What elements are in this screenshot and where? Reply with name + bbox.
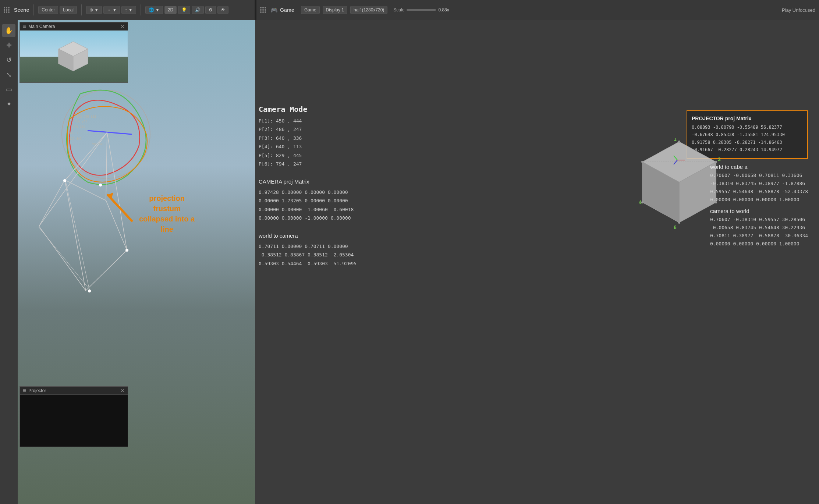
scene-panel-drag[interactable] <box>4 7 10 13</box>
hidden-btn[interactable]: 👁 <box>217 6 228 14</box>
resolution-dropdown[interactable]: half (1280x720) <box>350 6 387 14</box>
scene-left-toolbar: ✋ ✛ ↺ ⤡ ▭ ✦ <box>0 20 18 504</box>
world-to-camera-1-values: 0.70711 0.00000 0.70711 0.00000 -0.38512… <box>259 242 357 268</box>
camera-to-world: camera to world 0.70607 -0.38310 0.59557… <box>710 208 808 248</box>
point-p6: P[6]: 794 , 247 <box>259 160 357 168</box>
game-dropdown[interactable]: Game <box>301 6 320 14</box>
play-unfocused-btn[interactable]: Play Unfocused <box>782 7 815 13</box>
game-viewport[interactable]: Camera Mode P[1]: 450 , 444 P[2]: 486 , … <box>255 20 819 504</box>
transform-group: ⊕ ▼ ↔ ▼ ↕ ▼ <box>86 6 136 14</box>
center-btn[interactable]: Center <box>38 6 58 14</box>
audio-btn[interactable]: 🔊 <box>192 6 204 14</box>
scale-group-btn[interactable]: ↕ ▼ <box>121 6 136 14</box>
point-p5: P[5]: 829 , 445 <box>259 151 357 160</box>
svg-text:3: 3 <box>718 156 721 162</box>
view-group: 🌐 ▼ 2D 💡 🔊 ⚙ 👁 <box>145 6 229 14</box>
rotate-btn[interactable]: ↔ ▼ <box>103 6 120 14</box>
toolbar-sep-3 <box>141 4 141 15</box>
scale-tool[interactable]: ⤡ <box>2 68 15 81</box>
transform-tool[interactable]: ✦ <box>2 97 15 111</box>
camera-mode-overlay: Camera Mode P[1]: 450 , 444 P[2]: 486 , … <box>259 105 357 268</box>
svg-point-38 <box>641 161 644 163</box>
scale-label: Scale <box>393 7 404 13</box>
game-panel: Camera Mode P[1]: 450 , 444 P[2]: 486 , … <box>255 20 819 504</box>
svg-point-37 <box>641 201 644 203</box>
scene-title: Scene <box>14 7 29 13</box>
scene-viewport[interactable]: ≡ Main Camera ✕ <box>18 20 255 504</box>
svg-text:486 247: 486 247 <box>75 120 87 123</box>
hand-tool[interactable]: ✋ <box>2 24 15 37</box>
camera-proj-values: 0.97428 0.00000 0.00000 0.00000 0.00000 … <box>259 188 357 223</box>
svg-point-36 <box>678 221 680 224</box>
svg-line-13 <box>65 181 89 290</box>
point-p1: P[1]: 450 , 444 <box>259 117 357 125</box>
svg-text:640 113: 640 113 <box>69 132 82 135</box>
scene-panel-header: Scene Center Local ⊕ ▼ ↔ ▼ ↕ ▼ 🌐 ▼ 2D 💡 … <box>0 0 255 20</box>
rect-tool[interactable]: ▭ <box>2 83 15 96</box>
game-panel-drag[interactable] <box>260 7 266 13</box>
toolbar-sep-1 <box>33 4 34 15</box>
camera-proj-matrix-title: CAMERA proj Matrix <box>259 177 357 187</box>
svg-point-15 <box>63 179 66 182</box>
point-p3: P[3]: 640 , 336 <box>259 134 357 142</box>
svg-point-17 <box>125 249 128 252</box>
local-btn[interactable]: Local <box>60 6 77 14</box>
svg-line-9 <box>39 132 107 226</box>
game-panel-header: 🎮 Game Game Display 1 half (1280x720) Sc… <box>256 0 819 20</box>
svg-line-7 <box>106 132 107 200</box>
scale-control: Scale 0.88x <box>393 7 449 13</box>
game-title: 🎮 Game <box>270 7 294 14</box>
world-to-camera-1: world to camera 0.70711 0.00000 0.70711 … <box>259 231 357 268</box>
svg-point-33 <box>678 141 680 143</box>
svg-line-25 <box>108 195 132 221</box>
pivot-group: Center Local <box>38 6 77 14</box>
svg-text:6: 6 <box>674 224 677 230</box>
move-btn[interactable]: ⊕ ▼ <box>86 6 102 14</box>
world-to-camera-2-title: world to cabe a <box>710 164 808 170</box>
point-p2: P[2]: 486 , 247 <box>259 125 357 134</box>
annotation-text: projection frustum collapsed into a line <box>139 193 195 234</box>
svg-line-5 <box>88 131 132 134</box>
scene-panel: ✋ ✛ ↺ ⤡ ▭ ✦ ≡ Main Camera ✕ <box>0 20 255 504</box>
scale-value: 0.88x <box>438 7 449 13</box>
toolbar-sep-2 <box>81 4 82 15</box>
world-to-camera-2: world to cabe a 0.70607 -0.00658 0.70811… <box>710 164 808 204</box>
rotate-tool[interactable]: ↺ <box>2 53 15 67</box>
camera-to-world-title: camera to world <box>710 208 808 214</box>
svg-text:640 336: 640 336 <box>73 125 85 128</box>
svg-text:4: 4 <box>639 199 642 205</box>
svg-line-8 <box>107 132 127 250</box>
display-dropdown[interactable]: Display 1 <box>323 6 347 14</box>
camera-mode-title: Camera Mode <box>259 105 357 114</box>
svg-text:1: 1 <box>674 138 677 142</box>
svg-line-11 <box>39 180 65 226</box>
scene-wireframe-svg: TPS 640 333 486 247 640 336 640 113 829 … <box>18 20 255 504</box>
projector-matrix-title: PROJECTOR proj Matrix <box>692 116 803 121</box>
svg-marker-26 <box>108 192 113 199</box>
world-to-camera-1-title: world to camera <box>259 231 357 241</box>
move-tool[interactable]: ✛ <box>2 39 15 52</box>
svg-text:829 445: 829 445 <box>69 137 82 141</box>
svg-text:794 247: 794 247 <box>91 143 104 146</box>
svg-point-18 <box>88 290 91 292</box>
fx-btn[interactable]: ⚙ <box>205 6 216 14</box>
camera-proj-matrix: CAMERA proj Matrix 0.97428 0.00000 0.000… <box>259 177 357 222</box>
camera-points: P[1]: 450 , 444 P[2]: 486 , 247 P[3]: 64… <box>259 117 357 168</box>
point-p4: P[4]: 640 , 113 <box>259 142 357 151</box>
svg-point-34 <box>715 161 717 163</box>
scale-slider[interactable] <box>407 9 436 11</box>
svg-point-16 <box>99 184 102 187</box>
svg-text:TPS 640 333: TPS 640 333 <box>77 115 96 118</box>
persp-btn[interactable]: 🌐 ▼ <box>145 6 163 14</box>
light-btn[interactable]: 💡 <box>178 6 190 14</box>
2d-btn[interactable]: 2D <box>164 6 177 14</box>
